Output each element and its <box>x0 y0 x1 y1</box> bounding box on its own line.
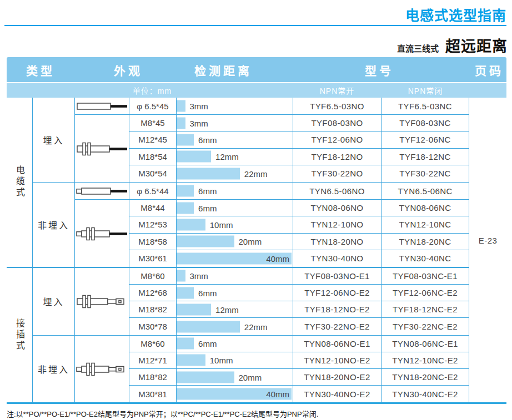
table-row: M18*5412mmTYF18-12NOTYF18-12NC <box>129 149 469 165</box>
table-row: M12*5310mmTYN12-10NOTYN12-10NC <box>129 216 469 233</box>
header-model: 型号 <box>365 62 394 78</box>
distance-cell: 40mm <box>177 386 293 402</box>
distance-cell: 3mm <box>177 115 293 131</box>
size-cell: M30*61 <box>129 250 177 267</box>
type-section: 接插式埋入M8*603mmTYF08-03NO-E1TYF08-03NC-E1M… <box>7 268 469 403</box>
size-cell: M8*45 <box>129 115 177 131</box>
size-cell: M8*60 <box>129 336 177 352</box>
size-cell: φ 6.5*45 <box>129 98 177 114</box>
model-npn-nc-cell: TYF08-03NC-E1 <box>382 268 469 284</box>
model-npn-nc-cell: TYN12-10NC <box>382 216 469 232</box>
page-title: 电感式选型指南 <box>405 4 506 24</box>
size-cell: M30*81 <box>129 386 177 402</box>
model-npn-nc-cell: TYN12-10NC-E2 <box>382 352 469 368</box>
model-npn-nc-cell: TYF08-03NC <box>382 115 469 131</box>
drawing-group: φ 6.5*453mmTYF6.5-03NOTYF6.5-03NC <box>75 98 469 115</box>
distance-bar <box>177 117 185 129</box>
distance-label: 3mm <box>190 271 208 281</box>
distance-cell: 6mm <box>177 336 293 352</box>
distance-cell: 40mm <box>177 250 293 267</box>
table-row: M30*6140mmTYN30-40NOTYN30-40NC <box>129 250 469 267</box>
model-npn-no-cell: TYF08-03NO <box>293 115 382 131</box>
model-npn-nc-cell: TYF12-06NC-E2 <box>382 285 469 301</box>
distance-label: 6mm <box>198 339 217 348</box>
distance-bar <box>177 321 240 332</box>
size-cell: M12*45 <box>129 131 177 148</box>
model-npn-no-cell: TYN08-06NO-E1 <box>293 336 382 352</box>
drawing-group: φ 6.5*446mmTYN6.5-06NOTYN6.5-06NC <box>75 183 469 200</box>
table-header-row: 类型 外观 检测距离 型号 页码 <box>7 57 506 83</box>
footnote: 注:以**PO/**PO-E1/**PO-E2结尾型号为PNP常开；以**PC/… <box>7 408 318 419</box>
model-npn-nc-cell: TYF12-06NC <box>382 131 469 148</box>
distance-bar <box>177 236 234 247</box>
table-row: M8*606mmTYN08-06NO-E1TYN08-06NC-E1 <box>129 336 469 352</box>
row-stack: M8*603mmTYF08-03NO-E1TYF08-03NC-E1M12*68… <box>129 268 469 335</box>
distance-label: 3mm <box>190 118 208 128</box>
drawing-group: M8*446mmTYN08-06NOTYN08-06NCM12*5310mmTY… <box>75 200 469 267</box>
distance-label: 12mm <box>215 152 239 161</box>
title-divider <box>4 25 506 26</box>
header-type: 类型 <box>26 62 55 78</box>
distance-bar <box>177 202 194 214</box>
distance-cell: 22mm <box>177 165 293 182</box>
table-row: M18*8212mmTYF18-12NO-E2TYF18-12NC-E2 <box>129 301 469 318</box>
subtitle-feature: 超远距离 <box>445 34 508 56</box>
row-stack: φ 6.5*453mmTYF6.5-03NOTYF6.5-03NC <box>129 98 469 114</box>
size-cell: M18*58 <box>129 234 177 250</box>
distance-label: 6mm <box>198 288 217 297</box>
model-npn-nc-cell: TYN30-40NC-E2 <box>382 386 469 402</box>
model-npn-nc-cell: TYN18-20NC <box>382 234 469 250</box>
distance-bar <box>177 219 205 230</box>
distance-label: 22mm <box>244 322 268 331</box>
type-cell: 接插式 <box>7 268 33 403</box>
distance-label: 6mm <box>198 186 217 196</box>
distance-label: 40mm <box>266 389 289 399</box>
selection-table: 类型 外观 检测距离 型号 页码 单位：mm NPN常开 NPN常闭 电缆式埋入… <box>7 57 506 404</box>
distance-cell: 10mm <box>177 216 293 232</box>
model-npn-no-cell: TYN12-10NO-E2 <box>293 352 382 368</box>
distance-cell: 3mm <box>177 98 293 114</box>
size-cell: M8*44 <box>129 200 177 216</box>
table-row: M30*5422mmTYF30-22NOTYF30-22NC <box>129 165 469 182</box>
row-stack: φ 6.5*446mmTYN6.5-06NOTYN6.5-06NC <box>129 183 469 199</box>
distance-bar <box>177 134 194 145</box>
distance-bar <box>177 100 185 112</box>
distance-cell: 6mm <box>177 131 293 148</box>
model-npn-no-cell: TYN12-10NO <box>293 216 382 232</box>
model-npn-no-cell: TYF6.5-03NO <box>293 98 382 114</box>
table-body: 电缆式埋入φ 6.5*453mmTYF6.5-03NOTYF6.5-03NCM8… <box>7 98 506 404</box>
size-cell: M18*54 <box>129 149 177 165</box>
subtitle: 直流三线式 超远距离 <box>397 34 508 56</box>
drawing-group: M8*603mmTYF08-03NO-E1TYF08-03NC-E1M12*68… <box>75 268 469 335</box>
drawing-group: M8*606mmTYN08-06NO-E1TYN08-06NC-E1M12*71… <box>75 336 469 403</box>
distance-cell: 6mm <box>177 200 293 216</box>
mount-group: 非埋入φ 6.5*446mmTYN6.5-06NOTYN6.5-06NCM8*4… <box>33 183 469 267</box>
size-cell: M18*82 <box>129 301 177 317</box>
model-npn-no-cell: TYF30-22NO-E2 <box>293 318 382 335</box>
model-npn-no-cell: TYN18-20NO-E2 <box>293 369 382 385</box>
table-row: M12*7110mmTYN12-10NO-E2TYN12-10NC-E2 <box>129 352 469 369</box>
model-npn-no-cell: TYN30-40NO <box>293 250 382 267</box>
distance-cell: 22mm <box>177 318 293 335</box>
sensor-drawing-threaded-connector <box>75 268 129 335</box>
model-npn-no-cell: TYN18-20NO <box>293 234 382 250</box>
sensor-drawing-threaded-tip-cable <box>75 200 129 267</box>
distance-bar <box>177 151 211 163</box>
sensor-drawing-threaded-tip-connector <box>75 336 129 403</box>
distance-cell: 20mm <box>177 369 293 385</box>
model-npn-nc-cell: TYN08-06NC <box>382 200 469 216</box>
model-npn-nc-cell: TYF30-22NC <box>382 165 469 182</box>
drawing-groups: M8*603mmTYF08-03NO-E1TYF08-03NC-E1M12*68… <box>75 268 469 335</box>
distance-label: 22mm <box>244 169 268 178</box>
subtitle-series: 直流三线式 <box>397 42 439 54</box>
table-body-left: 电缆式埋入φ 6.5*453mmTYF6.5-03NOTYF6.5-03NCM8… <box>7 98 469 402</box>
table-row: M12*686mmTYF12-06NO-E2TYF12-06NC-E2 <box>129 285 469 301</box>
distance-cell: 20mm <box>177 234 293 250</box>
mount-groups: 埋入M8*603mmTYF08-03NO-E1TYF08-03NC-E1M12*… <box>33 268 469 403</box>
model-npn-nc-cell: TYF30-22NC-E2 <box>382 318 469 335</box>
subheader-npn-no: NPN常开 <box>320 85 355 96</box>
table-row: M18*8220mmTYN18-20NO-E2TYN18-20NC-E2 <box>129 369 469 386</box>
model-npn-nc-cell: TYN6.5-06NC <box>382 183 469 199</box>
size-cell: M12*68 <box>129 285 177 301</box>
size-cell: M30*78 <box>129 318 177 335</box>
